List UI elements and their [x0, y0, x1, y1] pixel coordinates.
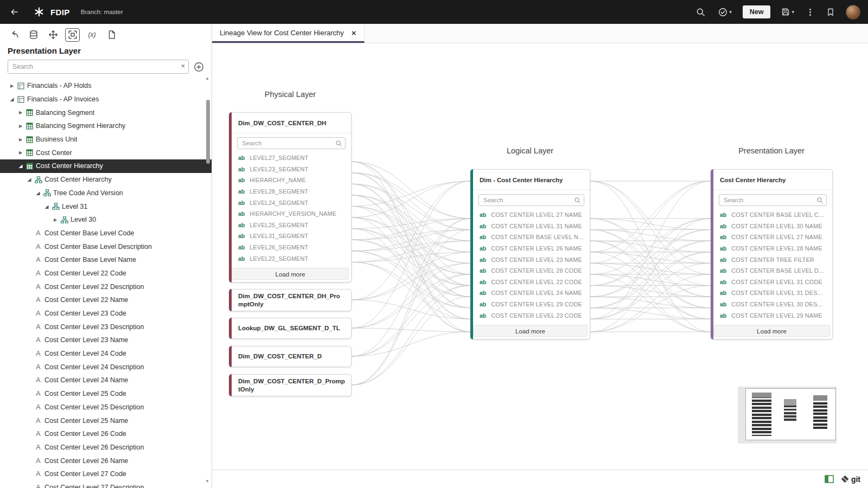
field-row[interactable]: abCOST CENTER LEVEL 23 NAME — [471, 254, 590, 265]
expand-arrow-icon[interactable]: ◢ — [16, 163, 25, 169]
tree-item[interactable]: ACost Center Level 24 Name — [0, 374, 212, 387]
field-row[interactable]: abLEVEL28_SEGMENT — [229, 186, 351, 197]
tree-item[interactable]: ACost Center Base Level Description — [0, 240, 212, 253]
clear-search-icon[interactable]: × — [181, 62, 185, 70]
node-title[interactable]: Dim_DW_COST_CENTER_DH — [229, 113, 351, 133]
field-row[interactable]: abCOST CENTER LEVEL 26 NAME — [471, 243, 590, 254]
tab-lineage-view[interactable]: Lineage View for Cost Center Hierarchy × — [212, 24, 365, 43]
back-button[interactable] — [8, 5, 21, 18]
tree-item[interactable]: ACost Center Level 24 Description — [0, 360, 212, 374]
field-row[interactable]: abCOST CENTER BASE LEVEL D... — [711, 265, 832, 277]
logical-layer-button[interactable] — [46, 28, 60, 42]
tree-item[interactable]: ACost Center Level 24 Code — [0, 347, 212, 361]
physical-layer-button[interactable] — [26, 28, 41, 42]
user-avatar[interactable] — [846, 5, 860, 20]
tree-item[interactable]: ▶Balancing Segment — [0, 106, 212, 119]
expand-arrow-icon[interactable]: ▶ — [16, 150, 25, 155]
tree-item[interactable]: ACost Center Level 26 Name — [0, 454, 212, 467]
tree-item[interactable]: ACost Center Level 26 Description — [0, 441, 212, 454]
tree-item[interactable]: ACost Center Level 22 Code — [0, 267, 212, 280]
tree-item[interactable]: ▶Cost Center — [0, 146, 212, 159]
tree-item[interactable]: ACost Center Base Level Code — [0, 227, 212, 240]
field-row[interactable]: abLEVEL27_SEGMENT — [229, 152, 351, 164]
git-status[interactable]: git — [841, 475, 860, 484]
tree-item[interactable]: ACost Center Level 26 Code — [0, 427, 212, 441]
scrollbar-thumb[interactable] — [206, 100, 210, 164]
node-title[interactable]: Cost Center Hierarchy — [711, 170, 832, 190]
field-row[interactable]: abLEVEL31_SEGMENT — [229, 230, 351, 242]
tree-item[interactable]: ◢Level 31 — [0, 200, 212, 213]
field-row[interactable]: abCOST CENTER LEVEL 30 NAME — [711, 221, 832, 232]
field-row[interactable]: abCOST CENTER TREE FILTER — [711, 254, 832, 265]
expand-arrow-icon[interactable]: ▶ — [16, 110, 25, 115]
field-row[interactable]: abCOST CENTER LEVEL 27 NAME — [711, 232, 832, 243]
field-row[interactable]: abCOST CENTER LEVEL 29 NAME — [711, 310, 832, 321]
field-row[interactable]: abLEVEL25_SEGMENT — [229, 220, 351, 231]
presentation-table-node[interactable]: Cost Center Hierarchy abCOST CENTER BASE… — [711, 169, 833, 339]
load-more-button[interactable]: Load more — [713, 325, 830, 337]
tree-item[interactable]: ▶Level 30 — [0, 213, 212, 227]
validate-button[interactable]: ▾ — [716, 5, 734, 19]
more-menu-button[interactable] — [805, 7, 815, 18]
minimap-viewport[interactable] — [745, 388, 836, 440]
field-row[interactable]: abCOST CENTER BASE LEVEL N... — [471, 232, 590, 243]
logical-table-node[interactable]: Dim - Cost Center Hierarchy abCOST CENTE… — [470, 169, 590, 339]
expand-arrow-icon[interactable]: ▶ — [16, 124, 25, 129]
physical-table-node[interactable]: Dim_DW_COST_CENTER_DH_PromptOnly — [229, 289, 352, 311]
lineage-canvas[interactable]: Physical Layer Logical Layer Presentatio… — [212, 43, 868, 470]
tree-item[interactable]: ▶Financials - AP Holds — [0, 79, 212, 93]
field-row[interactable]: abCOST CENTER BASE LEVEL C... — [711, 209, 832, 221]
tree-item[interactable]: ◢Cost Center Hierarchy — [0, 159, 212, 173]
field-row[interactable]: abCOST CENTER LEVEL 29 CODE — [471, 299, 590, 310]
close-tab-icon[interactable]: × — [352, 28, 356, 37]
presentation-layer-button[interactable] — [65, 28, 80, 42]
tree-item[interactable]: ACost Center Level 23 Code — [0, 307, 212, 320]
node-search-input[interactable] — [237, 137, 346, 149]
field-row[interactable]: abHIERARCHY_NAME — [229, 175, 351, 186]
physical-table-node[interactable]: Lookup_DW_GL_SEGMENT_D_TL — [229, 318, 352, 339]
tree-item[interactable]: ACost Center Level 25 Code — [0, 387, 212, 401]
expand-arrow-icon[interactable]: ▶ — [51, 217, 60, 222]
tree-item[interactable]: ▶Business Unit — [0, 133, 212, 146]
tree-item[interactable]: ACost Center Level 27 Description — [0, 481, 212, 488]
tree-item[interactable]: ACost Center Level 23 Description — [0, 320, 212, 333]
search-button[interactable] — [694, 5, 707, 19]
tree-item[interactable]: ACost Center Level 22 Name — [0, 293, 212, 307]
field-row[interactable]: abCOST CENTER LEVEL 31 DES... — [711, 287, 832, 299]
field-row[interactable]: abCOST CENTER LEVEL 23 CODE — [471, 310, 590, 321]
field-row[interactable]: abLEVEL24_SEGMENT — [229, 197, 351, 208]
scrollbar-down-icon[interactable]: ▼ — [205, 479, 210, 484]
field-row[interactable]: abCOST CENTER LEVEL 24 NAME — [471, 287, 590, 299]
field-row[interactable]: abHIERARCHY_VERSION_NAME — [229, 208, 351, 220]
field-row[interactable]: abCOST CENTER LEVEL 30 DES... — [711, 299, 832, 310]
expand-arrow-icon[interactable]: ◢ — [34, 190, 42, 196]
field-row[interactable]: abLEVEL22_SEGMENT — [229, 253, 351, 264]
load-more-button[interactable]: Load more — [473, 325, 588, 337]
field-row[interactable]: abCOST CENTER LEVEL 28 NAME — [711, 243, 832, 254]
expand-arrow-icon[interactable]: ▶ — [16, 137, 25, 142]
collapse-panel-button[interactable] — [7, 28, 21, 42]
sidebar-search-input[interactable] — [8, 60, 189, 74]
expand-arrow-icon[interactable]: ▶ — [8, 84, 16, 88]
node-title[interactable]: Dim - Cost Center Hierarchy — [471, 170, 590, 190]
expand-arrow-icon[interactable]: ◢ — [25, 177, 34, 182]
field-row[interactable]: abLEVEL26_SEGMENT — [229, 242, 351, 253]
invalid-files-button[interactable] — [104, 28, 119, 42]
tree-item[interactable]: ACost Center Level 23 Name — [0, 333, 212, 347]
expand-arrow-icon[interactable]: ◢ — [42, 204, 51, 209]
physical-table-node[interactable]: Dim_DW_COST_CENTER_D_PromptOnly — [229, 374, 352, 396]
variables-button[interactable]: (x) — [85, 28, 99, 42]
field-row[interactable]: abLEVEL23_SEGMENT — [229, 164, 351, 175]
tree-item[interactable]: ACost Center Level 25 Name — [0, 414, 212, 427]
field-row[interactable]: abCOST CENTER LEVEL 31 NAME — [471, 221, 590, 232]
tree-item[interactable]: ◢Tree Code And Version — [0, 187, 212, 200]
minimap[interactable] — [738, 387, 837, 444]
physical-table-node[interactable]: Dim_DW_COST_CENTER_D — [229, 346, 352, 367]
new-button[interactable]: New — [743, 5, 771, 18]
field-row[interactable]: abCOST CENTER LEVEL 27 NAME — [471, 209, 590, 221]
physical-table-node[interactable]: Dim_DW_COST_CENTER_DH abLEVEL27_SEGMENTa… — [229, 112, 352, 282]
add-button[interactable] — [194, 62, 204, 72]
bookmark-button[interactable] — [824, 5, 837, 19]
field-row[interactable]: abCOST CENTER LEVEL 31 CODE — [711, 277, 832, 288]
field-row[interactable]: abCOST CENTER LEVEL 28 CODE — [471, 265, 590, 277]
